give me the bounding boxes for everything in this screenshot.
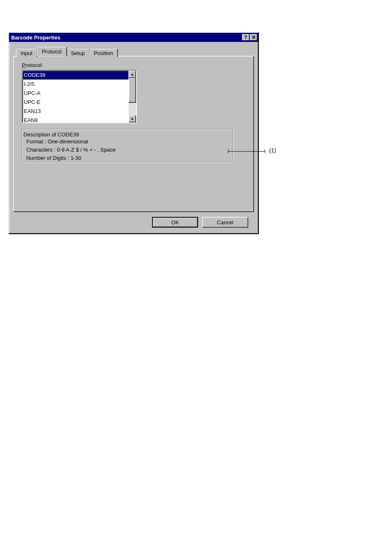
tab-protocol[interactable]: Protocol [37, 47, 67, 56]
description-title: Description of CODE39 [23, 131, 230, 138]
help-button[interactable]: ? [242, 34, 249, 41]
close-icon [252, 35, 256, 40]
barcode-properties-dialog: Barcode Properties ? Input Protocol Setu… [8, 32, 259, 234]
title-bar: Barcode Properties ? [9, 33, 258, 42]
list-item[interactable]: UPC-E [23, 98, 129, 107]
close-button[interactable] [250, 34, 257, 41]
tab-panel-protocol: Protocol: CODE39 I-2/5 UPC-A UPC-E EAN13… [13, 56, 254, 212]
scroll-thumb[interactable] [129, 78, 136, 103]
scroll-down-button[interactable] [129, 115, 136, 122]
help-icon: ? [244, 35, 247, 40]
description-line: Characters : 0-9 A-Z $ / % + - . Space [23, 146, 230, 154]
protocol-label: Protocol: [22, 62, 247, 68]
description-line: Format : One-dimensional [23, 138, 230, 146]
annotation-line [228, 151, 265, 152]
annotation-label: (1) [269, 147, 276, 154]
tab-position[interactable]: Position [90, 49, 118, 57]
list-item[interactable]: EAN13 [23, 107, 129, 116]
scroll-track[interactable] [129, 78, 136, 115]
chevron-up-icon [131, 71, 134, 78]
scrollbar [129, 71, 136, 122]
cancel-button[interactable]: Cancel [202, 217, 248, 228]
list-item[interactable]: UPC-A [23, 89, 129, 98]
dialog-button-row: OK Cancel [13, 215, 254, 228]
window-title: Barcode Properties [11, 35, 242, 41]
protocol-listbox-items: CODE39 I-2/5 UPC-A UPC-E EAN13 EAN8 [23, 71, 129, 122]
tab-setup[interactable]: Setup [67, 49, 90, 57]
chevron-down-icon [131, 116, 134, 122]
list-item[interactable]: CODE39 [23, 71, 129, 80]
list-item[interactable]: I-2/5 [23, 80, 129, 89]
scroll-up-button[interactable] [129, 71, 136, 78]
ok-button[interactable]: OK [152, 217, 198, 228]
list-item[interactable]: EAN8 [23, 116, 129, 122]
protocol-listbox[interactable]: CODE39 I-2/5 UPC-A UPC-E EAN13 EAN8 [22, 70, 137, 123]
tab-input[interactable]: Input [16, 49, 37, 57]
tabs-row: Input Protocol Setup Position [16, 46, 254, 56]
description-line: Number of Digits : 1-30 [23, 154, 230, 162]
title-bar-buttons: ? [242, 34, 257, 41]
description-group: Description of CODE39 Format : One-dimen… [22, 129, 233, 163]
dialog-client-area: Input Protocol Setup Position Protocol: … [9, 42, 258, 233]
